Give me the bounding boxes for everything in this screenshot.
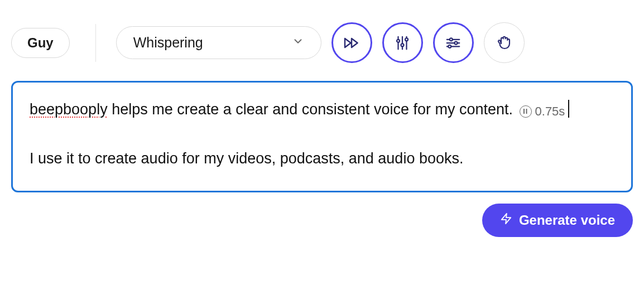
settings-button[interactable] xyxy=(433,22,474,63)
voice-chip[interactable]: Guy xyxy=(11,28,70,58)
generate-voice-button[interactable]: Generate voice xyxy=(482,204,633,237)
pause-chip[interactable]: 0.75s xyxy=(520,101,565,122)
pause-icon xyxy=(520,105,532,118)
toolbar-divider xyxy=(95,24,96,62)
text-editor[interactable]: beepbooply helps me create a clear and c… xyxy=(11,81,633,192)
chevron-down-icon xyxy=(292,35,304,51)
hand-button[interactable] xyxy=(484,22,525,63)
style-select[interactable]: Whispering xyxy=(116,26,321,59)
svg-point-3 xyxy=(397,39,400,42)
generate-voice-label: Generate voice xyxy=(519,212,615,228)
text-cursor xyxy=(568,100,569,118)
paragraph-1-text: helps me create a clear and consistent v… xyxy=(108,101,513,118)
hand-icon xyxy=(496,35,512,51)
spellcheck-error-word: beepbooply xyxy=(30,101,108,118)
settings-sliders-icon xyxy=(445,35,462,51)
svg-point-9 xyxy=(450,38,453,41)
speed-icon xyxy=(343,34,361,52)
editor-paragraph-2: I use it to create audio for my videos, … xyxy=(30,146,614,172)
svg-marker-1 xyxy=(352,38,358,47)
svg-point-13 xyxy=(448,45,451,47)
footer: Generate voice xyxy=(11,204,633,237)
style-selected-label: Whispering xyxy=(133,35,203,51)
svg-point-7 xyxy=(405,38,408,41)
svg-marker-14 xyxy=(502,214,511,224)
svg-marker-0 xyxy=(345,38,351,47)
editor-paragraph-1: beepbooply helps me create a clear and c… xyxy=(30,97,614,123)
speed-button[interactable] xyxy=(331,22,372,63)
pause-duration-label: 0.75s xyxy=(535,101,565,122)
voice-name-label: Guy xyxy=(27,35,54,50)
pitch-button[interactable] xyxy=(382,22,423,63)
pitch-sliders-icon xyxy=(394,35,411,51)
svg-point-5 xyxy=(401,44,404,46)
svg-point-11 xyxy=(455,41,458,44)
lightning-icon xyxy=(500,212,512,228)
toolbar: Guy Whispering xyxy=(11,11,633,65)
